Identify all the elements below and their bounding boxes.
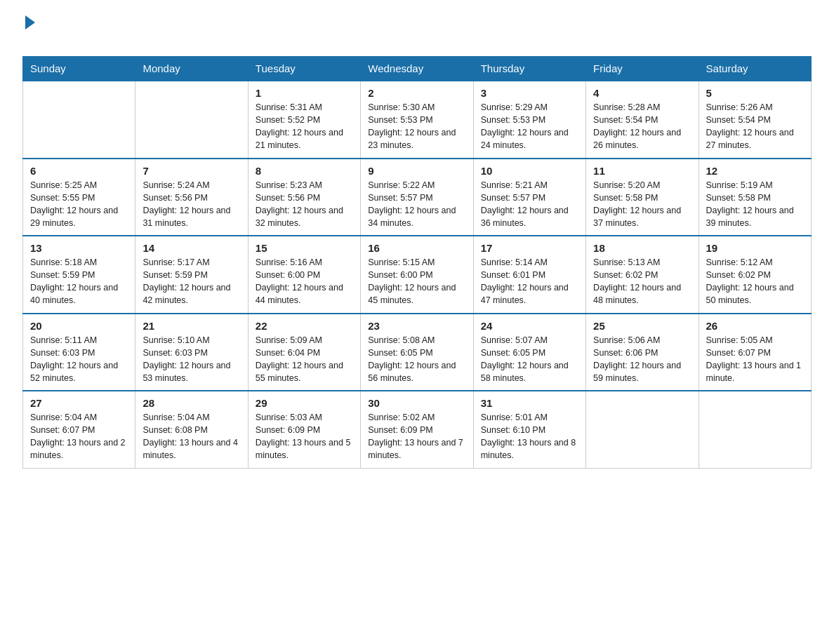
- day-cell: 23 Sunrise: 5:08 AMSunset: 6:05 PMDaylig…: [361, 314, 473, 391]
- day-info: Sunrise: 5:30 AMSunset: 5:53 PMDaylight:…: [368, 102, 456, 150]
- day-info: Sunrise: 5:20 AMSunset: 5:58 PMDaylight:…: [593, 180, 681, 228]
- day-info: Sunrise: 5:29 AMSunset: 5:53 PMDaylight:…: [481, 102, 569, 150]
- day-number: 10: [481, 165, 578, 177]
- day-info: Sunrise: 5:09 AMSunset: 6:04 PMDaylight:…: [256, 335, 343, 383]
- day-cell: 12 Sunrise: 5:19 AMSunset: 5:58 PMDaylig…: [699, 159, 811, 236]
- day-number: 15: [256, 242, 353, 254]
- day-number: 1: [256, 87, 353, 99]
- day-cell: 31 Sunrise: 5:01 AMSunset: 6:10 PMDaylig…: [473, 391, 585, 468]
- weekday-header-thursday: Thursday: [473, 57, 585, 81]
- day-info: Sunrise: 5:03 AMSunset: 6:09 PMDaylight:…: [256, 412, 351, 460]
- day-cell: 13 Sunrise: 5:18 AMSunset: 5:59 PMDaylig…: [23, 236, 135, 314]
- day-cell: 17 Sunrise: 5:14 AMSunset: 6:01 PMDaylig…: [473, 236, 585, 314]
- day-info: Sunrise: 5:28 AMSunset: 5:54 PMDaylight:…: [593, 102, 681, 150]
- day-cell: 10 Sunrise: 5:21 AMSunset: 5:57 PMDaylig…: [473, 159, 585, 236]
- day-info: Sunrise: 5:07 AMSunset: 6:05 PMDaylight:…: [481, 335, 569, 383]
- day-info: Sunrise: 5:01 AMSunset: 6:10 PMDaylight:…: [481, 412, 576, 460]
- day-info: Sunrise: 5:14 AMSunset: 6:01 PMDaylight:…: [481, 257, 569, 305]
- day-number: 20: [30, 320, 128, 332]
- day-number: 27: [30, 397, 128, 409]
- day-info: Sunrise: 5:26 AMSunset: 5:54 PMDaylight:…: [706, 102, 794, 150]
- day-cell: [23, 81, 135, 159]
- day-number: 29: [256, 397, 353, 409]
- weekday-header-tuesday: Tuesday: [248, 57, 360, 81]
- day-number: 6: [30, 165, 128, 177]
- day-number: 7: [143, 165, 240, 177]
- day-number: 18: [593, 242, 691, 254]
- day-cell: 21 Sunrise: 5:10 AMSunset: 6:03 PMDaylig…: [135, 314, 248, 391]
- day-number: 28: [143, 397, 240, 409]
- day-number: 19: [706, 242, 804, 254]
- week-row-1: 1 Sunrise: 5:31 AMSunset: 5:52 PMDayligh…: [23, 81, 812, 159]
- day-number: 21: [143, 320, 240, 332]
- day-number: 17: [481, 242, 578, 254]
- day-cell: [135, 81, 248, 159]
- day-info: Sunrise: 5:02 AMSunset: 6:09 PMDaylight:…: [368, 412, 463, 460]
- week-row-2: 6 Sunrise: 5:25 AMSunset: 5:55 PMDayligh…: [23, 159, 812, 236]
- day-cell: [699, 391, 811, 468]
- day-info: Sunrise: 5:10 AMSunset: 6:03 PMDaylight:…: [143, 335, 230, 383]
- day-cell: 25 Sunrise: 5:06 AMSunset: 6:06 PMDaylig…: [586, 314, 699, 391]
- weekday-header-row: SundayMondayTuesdayWednesdayThursdayFrid…: [23, 57, 812, 81]
- day-cell: 2 Sunrise: 5:30 AMSunset: 5:53 PMDayligh…: [361, 81, 473, 159]
- day-cell: 22 Sunrise: 5:09 AMSunset: 6:04 PMDaylig…: [248, 314, 360, 391]
- day-info: Sunrise: 5:31 AMSunset: 5:52 PMDaylight:…: [256, 102, 343, 150]
- day-number: 25: [593, 320, 691, 332]
- weekday-header-monday: Monday: [135, 57, 248, 81]
- day-info: Sunrise: 5:13 AMSunset: 6:02 PMDaylight:…: [593, 257, 681, 305]
- day-cell: 26 Sunrise: 5:05 AMSunset: 6:07 PMDaylig…: [699, 314, 811, 391]
- day-info: Sunrise: 5:21 AMSunset: 5:57 PMDaylight:…: [481, 180, 569, 228]
- day-info: Sunrise: 5:19 AMSunset: 5:58 PMDaylight:…: [706, 180, 794, 228]
- day-info: Sunrise: 5:12 AMSunset: 6:02 PMDaylight:…: [706, 257, 794, 305]
- day-number: 23: [368, 320, 465, 332]
- day-number: 11: [593, 165, 691, 177]
- day-info: Sunrise: 5:11 AMSunset: 6:03 PMDaylight:…: [30, 335, 118, 383]
- day-cell: 19 Sunrise: 5:12 AMSunset: 6:02 PMDaylig…: [699, 236, 811, 314]
- day-info: Sunrise: 5:18 AMSunset: 5:59 PMDaylight:…: [30, 257, 118, 305]
- week-row-5: 27 Sunrise: 5:04 AMSunset: 6:07 PMDaylig…: [23, 391, 812, 468]
- day-number: 3: [481, 87, 578, 99]
- day-cell: 16 Sunrise: 5:15 AMSunset: 6:00 PMDaylig…: [361, 236, 473, 314]
- day-info: Sunrise: 5:05 AMSunset: 6:07 PMDaylight:…: [706, 335, 802, 383]
- week-row-3: 13 Sunrise: 5:18 AMSunset: 5:59 PMDaylig…: [23, 236, 812, 314]
- day-info: Sunrise: 5:17 AMSunset: 5:59 PMDaylight:…: [143, 257, 230, 305]
- day-number: 26: [706, 320, 804, 332]
- page-header: [22, 17, 812, 49]
- day-number: 13: [30, 242, 128, 254]
- day-cell: 18 Sunrise: 5:13 AMSunset: 6:02 PMDaylig…: [586, 236, 699, 314]
- day-cell: 11 Sunrise: 5:20 AMSunset: 5:58 PMDaylig…: [586, 159, 699, 236]
- day-cell: 28 Sunrise: 5:04 AMSunset: 6:08 PMDaylig…: [135, 391, 248, 468]
- day-info: Sunrise: 5:04 AMSunset: 6:07 PMDaylight:…: [30, 412, 126, 460]
- day-info: Sunrise: 5:22 AMSunset: 5:57 PMDaylight:…: [368, 180, 456, 228]
- day-cell: 24 Sunrise: 5:07 AMSunset: 6:05 PMDaylig…: [473, 314, 585, 391]
- day-number: 24: [481, 320, 578, 332]
- day-number: 9: [368, 165, 465, 177]
- day-cell: 4 Sunrise: 5:28 AMSunset: 5:54 PMDayligh…: [586, 81, 699, 159]
- day-cell: 15 Sunrise: 5:16 AMSunset: 6:00 PMDaylig…: [248, 236, 360, 314]
- logo: [22, 17, 35, 49]
- day-info: Sunrise: 5:08 AMSunset: 6:05 PMDaylight:…: [368, 335, 456, 383]
- day-cell: 29 Sunrise: 5:03 AMSunset: 6:09 PMDaylig…: [248, 391, 360, 468]
- day-info: Sunrise: 5:15 AMSunset: 6:00 PMDaylight:…: [368, 257, 456, 305]
- day-cell: 14 Sunrise: 5:17 AMSunset: 5:59 PMDaylig…: [135, 236, 248, 314]
- weekday-header-saturday: Saturday: [699, 57, 811, 81]
- day-number: 8: [256, 165, 353, 177]
- day-info: Sunrise: 5:24 AMSunset: 5:56 PMDaylight:…: [143, 180, 230, 228]
- day-cell: 1 Sunrise: 5:31 AMSunset: 5:52 PMDayligh…: [248, 81, 360, 159]
- day-number: 31: [481, 397, 578, 409]
- day-number: 5: [706, 87, 804, 99]
- weekday-header-wednesday: Wednesday: [361, 57, 473, 81]
- week-row-4: 20 Sunrise: 5:11 AMSunset: 6:03 PMDaylig…: [23, 314, 812, 391]
- day-number: 30: [368, 397, 465, 409]
- weekday-header-friday: Friday: [586, 57, 699, 81]
- calendar-table: SundayMondayTuesdayWednesdayThursdayFrid…: [22, 56, 812, 469]
- day-info: Sunrise: 5:04 AMSunset: 6:08 PMDaylight:…: [143, 412, 238, 460]
- day-cell: 6 Sunrise: 5:25 AMSunset: 5:55 PMDayligh…: [23, 159, 135, 236]
- day-cell: 30 Sunrise: 5:02 AMSunset: 6:09 PMDaylig…: [361, 391, 473, 468]
- day-cell: 7 Sunrise: 5:24 AMSunset: 5:56 PMDayligh…: [135, 159, 248, 236]
- day-info: Sunrise: 5:25 AMSunset: 5:55 PMDaylight:…: [30, 180, 118, 228]
- day-cell: 27 Sunrise: 5:04 AMSunset: 6:07 PMDaylig…: [23, 391, 135, 468]
- day-cell: 8 Sunrise: 5:23 AMSunset: 5:56 PMDayligh…: [248, 159, 360, 236]
- day-cell: 3 Sunrise: 5:29 AMSunset: 5:53 PMDayligh…: [473, 81, 585, 159]
- day-cell: 20 Sunrise: 5:11 AMSunset: 6:03 PMDaylig…: [23, 314, 135, 391]
